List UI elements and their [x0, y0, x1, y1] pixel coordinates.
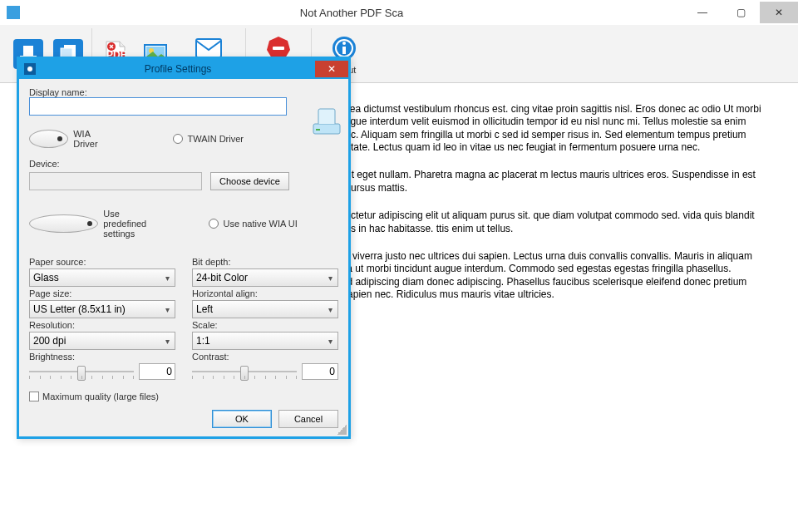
page-size-label: Page size:: [29, 288, 175, 298]
horizontal-align-label: Horizontal align:: [192, 288, 338, 298]
contrast-slider[interactable]: [192, 363, 297, 380]
doc-paragraph: nisl tincidunt eget nullam. Pharetra mag…: [299, 169, 765, 195]
predefined-settings-radio[interactable]: Use predefined settings: [29, 209, 150, 239]
scale-label: Scale:: [192, 320, 338, 330]
paper-source-label: Paper source:: [29, 257, 175, 267]
twain-driver-radio[interactable]: TWAIN Driver: [173, 134, 244, 144]
display-name-input[interactable]: [29, 97, 287, 116]
resolution-select[interactable]: 200 dpi: [29, 332, 175, 350]
resolution-label: Resolution:: [29, 320, 175, 330]
svg-rect-1: [23, 46, 33, 56]
device-label: Device:: [29, 159, 338, 169]
maximize-button[interactable]: ▢: [722, 2, 760, 23]
dialog-close-button[interactable]: ✕: [315, 61, 348, 77]
max-quality-checkbox[interactable]: Maximum quality (large files): [29, 392, 159, 401]
display-name-label: Display name:: [29, 87, 338, 97]
svg-point-20: [27, 66, 32, 71]
bit-depth-label: Bit depth:: [192, 257, 338, 267]
choose-device-button[interactable]: Choose device: [210, 172, 289, 190]
device-field: [29, 172, 202, 190]
brightness-label: Brightness:: [29, 352, 175, 362]
paper-source-select[interactable]: Glass: [29, 268, 175, 287]
radio-icon: [29, 214, 98, 233]
brightness-slider[interactable]: [29, 363, 134, 380]
dialog-titlebar[interactable]: Profile Settings ✕: [19, 59, 348, 79]
brightness-value[interactable]: [139, 363, 175, 380]
window-titlebar: Not Another PDF Sca — ▢ ✕: [0, 0, 798, 25]
svg-rect-18: [342, 47, 346, 54]
radio-icon: [209, 219, 219, 229]
svg-rect-22: [316, 129, 320, 131]
window-title: Not Another PDF Sca: [20, 7, 683, 19]
contrast-label: Contrast:: [192, 352, 338, 362]
resize-grip[interactable]: [337, 425, 347, 435]
checkbox-icon: [29, 392, 39, 401]
svg-rect-11: [196, 39, 221, 57]
svg-point-17: [342, 42, 346, 45]
doc-paragraph: urna neque viverra justo nec ultrices du…: [299, 250, 765, 301]
contrast-value[interactable]: [302, 363, 338, 380]
app-icon: [7, 6, 20, 19]
profile-settings-dialog: Profile Settings ✕ Display name: WIA Dri…: [17, 57, 351, 439]
close-button[interactable]: ✕: [760, 2, 798, 23]
wia-driver-radio[interactable]: WIA Driver: [29, 129, 98, 149]
scale-select[interactable]: 1:1: [192, 332, 338, 350]
dialog-title: Profile Settings: [41, 63, 315, 75]
doc-paragraph: bitasse platea dictumst vestibulum rhonc…: [299, 103, 765, 154]
native-wia-radio[interactable]: Use native WIA UI: [209, 219, 298, 229]
page-size-select[interactable]: US Letter (8.5x11 in): [29, 300, 175, 318]
svg-rect-13: [273, 47, 284, 50]
radio-icon: [173, 134, 183, 144]
dialog-icon: [24, 63, 36, 75]
doc-paragraph: amet consectetur adipiscing elit ut aliq…: [299, 209, 765, 235]
horizontal-align-select[interactable]: Left: [192, 300, 338, 318]
minimize-button[interactable]: —: [683, 2, 722, 23]
bit-depth-select[interactable]: 24-bit Color: [192, 268, 338, 287]
ok-button[interactable]: OK: [212, 410, 272, 428]
scanner-large-icon[interactable]: [310, 104, 343, 137]
cancel-button[interactable]: Cancel: [278, 410, 338, 428]
radio-icon: [29, 130, 68, 148]
